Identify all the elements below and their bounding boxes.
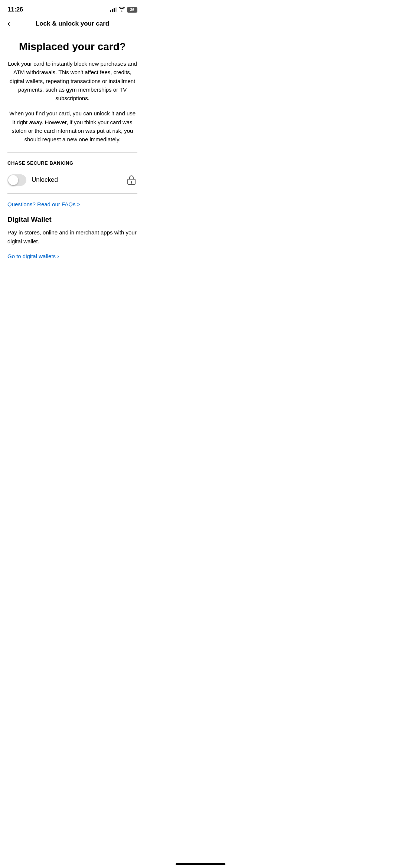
battery-icon: 36 <box>127 7 137 13</box>
nav-header: ‹ Lock & unlock your card <box>0 16 145 32</box>
toggle-label: Unlocked <box>32 176 58 184</box>
status-icons: 36 <box>110 7 137 13</box>
lock-svg-icon <box>127 175 136 185</box>
digital-wallets-link[interactable]: Go to digital wallets › <box>7 253 137 259</box>
signal-icon <box>110 7 117 12</box>
description-text-1: Lock your card to instantly block new pu… <box>7 59 137 102</box>
toggle-track <box>7 174 26 186</box>
digital-wallets-link-text: Go to digital wallets <box>7 253 56 259</box>
digital-wallet-description: Pay in stores, online and in merchant ap… <box>7 228 137 246</box>
description-text-2: When you find your card, you can unlock … <box>7 109 137 144</box>
lock-toggle[interactable] <box>7 174 26 186</box>
page-title: Lock & unlock your card <box>36 20 109 27</box>
back-chevron-icon: ‹ <box>7 20 10 28</box>
toggle-thumb <box>8 175 18 185</box>
main-content: Misplaced your card? Lock your card to i… <box>0 32 145 259</box>
chevron-right-icon: › <box>57 253 59 259</box>
divider-1 <box>7 152 137 153</box>
toggle-left: Unlocked <box>7 174 58 186</box>
status-time: 11:26 <box>7 6 23 13</box>
status-bar: 11:26 36 <box>0 0 145 16</box>
lock-toggle-row: Unlocked <box>7 172 137 193</box>
digital-wallet-title: Digital Wallet <box>7 216 137 224</box>
back-button[interactable]: ‹ <box>7 20 10 28</box>
faq-link[interactable]: Questions? Read our FAQs > <box>7 201 137 207</box>
divider-2 <box>7 193 137 194</box>
section-label: CHASE SECURE BANKING <box>7 160 137 166</box>
wifi-icon <box>119 7 125 13</box>
page-heading: Misplaced your card? <box>7 41 137 53</box>
lock-icon <box>125 174 137 186</box>
